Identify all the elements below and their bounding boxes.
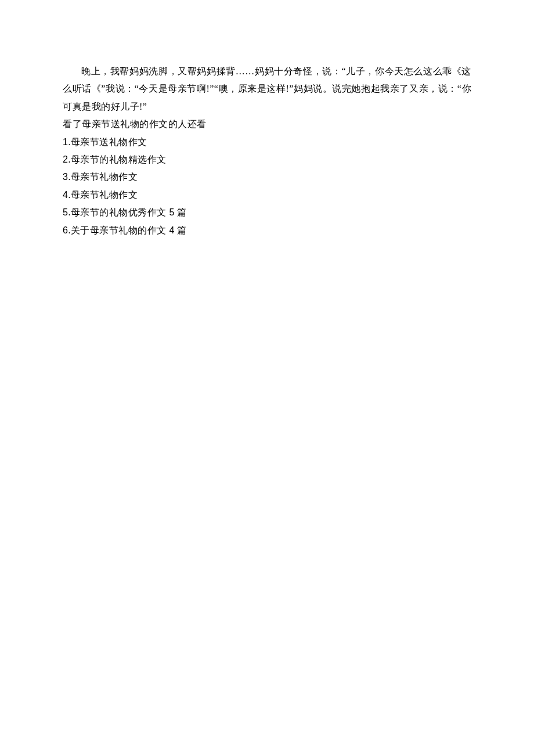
list-item-count: 4 <box>169 225 174 235</box>
list-item-number: 5 <box>63 207 68 217</box>
list-item-text: 母亲节送礼物作文 <box>71 137 147 147</box>
body-paragraph: 晚上，我帮妈妈洗脚，又帮妈妈揉背……妈妈十分奇怪，说：“儿子，你今天怎么这么乖《… <box>63 63 471 116</box>
list-item: 5.母亲节的礼物优秀作文 5 篇 <box>63 204 471 221</box>
list-item-count-suffix: 篇 <box>175 207 187 217</box>
list-item-number: 2 <box>63 154 68 164</box>
list-item: 4.母亲节礼物作文 <box>63 186 471 204</box>
list-item-count-suffix: 篇 <box>175 225 187 235</box>
related-articles-list: 1.母亲节送礼物作文2.母亲节的礼物精选作文3.母亲节礼物作文4.母亲节礼物作文… <box>63 134 471 239</box>
list-item: 6.关于母亲节礼物的作文 4 篇 <box>63 222 471 239</box>
list-item-text: 母亲节礼物作文 <box>71 190 138 200</box>
list-item-count: 5 <box>169 207 174 217</box>
list-item: 3.母亲节礼物作文 <box>63 168 471 186</box>
list-item: 1.母亲节送礼物作文 <box>63 134 471 151</box>
list-item-number: 1 <box>63 137 68 147</box>
list-item: 2.母亲节的礼物精选作文 <box>63 151 471 168</box>
related-articles-header: 看了母亲节送礼物的作文的人还看 <box>63 116 471 133</box>
list-item-text: 母亲节的礼物精选作文 <box>71 154 167 164</box>
list-item-text: 母亲节礼物作文 <box>71 172 138 182</box>
list-item-number: 6 <box>63 225 68 235</box>
list-item-number: 4 <box>63 190 68 200</box>
list-item-text: 母亲节的礼物优秀作文 <box>71 207 167 217</box>
list-item-text: 关于母亲节礼物的作文 <box>71 225 167 235</box>
list-item-number: 3 <box>63 172 68 182</box>
